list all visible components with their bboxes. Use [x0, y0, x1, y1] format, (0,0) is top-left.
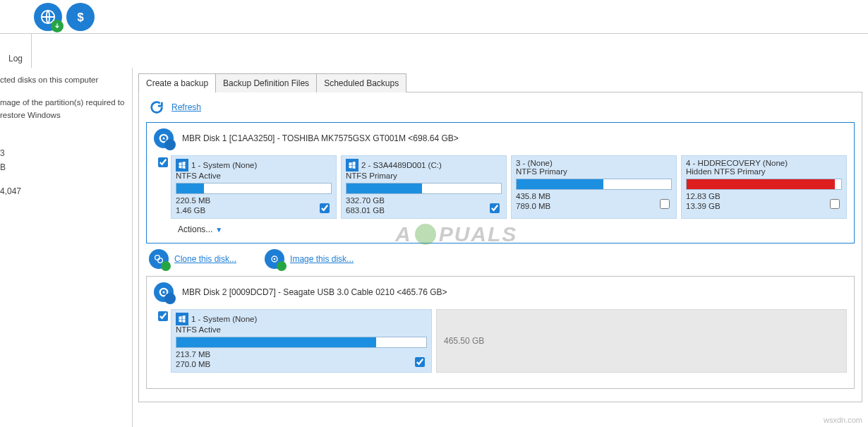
partition-size-used: 435.8 MB [516, 191, 550, 201]
partition-name: 4 - HDDRECOVERY (None) [686, 159, 788, 167]
disk1-partition-1[interactable]: 1 - System (None)NTFS Active220.5 MB1.46… [171, 155, 337, 219]
partition-size-used: 213.7 MB [176, 349, 210, 359]
disk1-partition-3-check[interactable] [660, 199, 670, 209]
dollar-icon[interactable]: $ [66, 3, 95, 31]
disk2-unallocated: 465.50 GB [436, 309, 847, 373]
disk1-partition-2-check[interactable] [490, 203, 500, 213]
partition-size-total: 683.01 GB [346, 205, 385, 215]
image-disk-icon [265, 249, 284, 269]
partition-fs: NTFS Active [176, 172, 332, 180]
partition-fs: NTFS Active [176, 325, 427, 334]
clone-disk-icon [149, 249, 169, 269]
disk-icon [154, 128, 174, 148]
windows-icon [346, 159, 358, 172]
top-toolbar: $ [0, 0, 868, 34]
tab-body: Refresh MBR Disk 1 [C1AA3250] - TOSHIBA … [138, 92, 862, 402]
tab-create-backup[interactable]: Create a backup [138, 73, 216, 92]
disk1-select-all[interactable] [158, 157, 168, 167]
disk2-partition-1[interactable]: 1 - System (None) NTFS Active 213.7 MB 2… [171, 309, 432, 373]
disk-card-1: MBR Disk 1 [C1AA3250] - TOSHIBA MK7575GS… [146, 122, 855, 243]
svg-point-9 [163, 291, 165, 294]
usage-bar [176, 337, 427, 348]
partition-size-total: 13.39 GB [686, 201, 721, 211]
log-button[interactable]: Log [0, 34, 32, 68]
disk-title-1: MBR Disk 1 [C1AA3250] - TOSHIBA MK7575GS… [182, 133, 459, 143]
usage-bar [176, 183, 332, 194]
metric-c: 4,047 [0, 185, 128, 198]
disk1-partition-2[interactable]: 2 - S3A4489D001 (C:)NTFS Primary332.70 G… [341, 155, 507, 219]
sidebar: cted disks on this computer mage of the … [0, 68, 133, 427]
partition-size-used: 220.5 MB [176, 196, 210, 205]
partition-size-total: 1.46 GB [176, 205, 210, 215]
partition-fs: NTFS Primary [346, 172, 502, 180]
partition-fs: Hidden NTFS Primary [686, 167, 842, 176]
image-disk-link[interactable]: Image this disk... [290, 254, 354, 264]
svg-point-3 [163, 138, 165, 140]
usage-bar [516, 179, 672, 190]
refresh-link[interactable]: Refresh [171, 102, 201, 112]
usage-bar [686, 179, 842, 190]
windows-icon [176, 159, 188, 172]
partition-size-total: 789.0 MB [516, 201, 550, 211]
sidebar-text-2: mage of the partition(s) required torest… [0, 96, 128, 121]
disk1-partition-4-check[interactable] [830, 199, 840, 209]
disk1-partition-3[interactable]: 3 - (None)NTFS Primary435.8 MB789.0 MB [511, 155, 677, 219]
disk-icon [154, 282, 174, 302]
windows-icon [176, 313, 188, 325]
disk-title-2: MBR Disk 2 [0009DCD7] - Seagate USB 3.0 … [182, 287, 447, 297]
partition-name: 1 - System (None) [191, 161, 257, 169]
partition-size-used: 12.83 GB [686, 191, 721, 201]
tab-scheduled-backups[interactable]: Scheduled Backups [316, 73, 406, 92]
disk1-partition-1-check[interactable] [320, 203, 330, 213]
partition-name: 3 - (None) [516, 159, 553, 167]
globe-download-icon[interactable] [34, 3, 62, 31]
metric-b: B [0, 161, 128, 174]
partition-name: 1 - System (None) [191, 315, 257, 323]
clone-disk-link[interactable]: Clone this disk... [174, 254, 236, 264]
disk2-partition-1-check[interactable] [415, 357, 425, 367]
partition-fs: NTFS Primary [516, 167, 672, 176]
tab-definition-files[interactable]: Backup Definition Files [215, 73, 317, 92]
tabs: Create a backup Backup Definition Files … [138, 73, 862, 92]
usage-bar [346, 183, 502, 194]
disk1-partition-4[interactable]: 4 - HDDRECOVERY (None)Hidden NTFS Primar… [681, 155, 847, 219]
sidebar-text-1: cted disks on this computer [0, 73, 128, 86]
actions-dropdown[interactable]: Actions...▼ [178, 224, 222, 234]
partition-size-used: 332.70 GB [346, 196, 385, 205]
svg-point-4 [155, 255, 160, 260]
refresh-icon [149, 100, 164, 115]
partition-name: 2 - S3A4489D001 (C:) [361, 161, 442, 169]
svg-text:$: $ [77, 10, 83, 23]
watermark-corner: wsxdn.com [824, 416, 862, 424]
partition-size-total: 270.0 MB [176, 359, 210, 369]
svg-point-7 [274, 258, 276, 260]
metric-a: 3 [0, 147, 128, 160]
disk-card-2: MBR Disk 2 [0009DCD7] - Seagate USB 3.0 … [146, 276, 855, 389]
disk2-select-all[interactable] [158, 311, 168, 321]
